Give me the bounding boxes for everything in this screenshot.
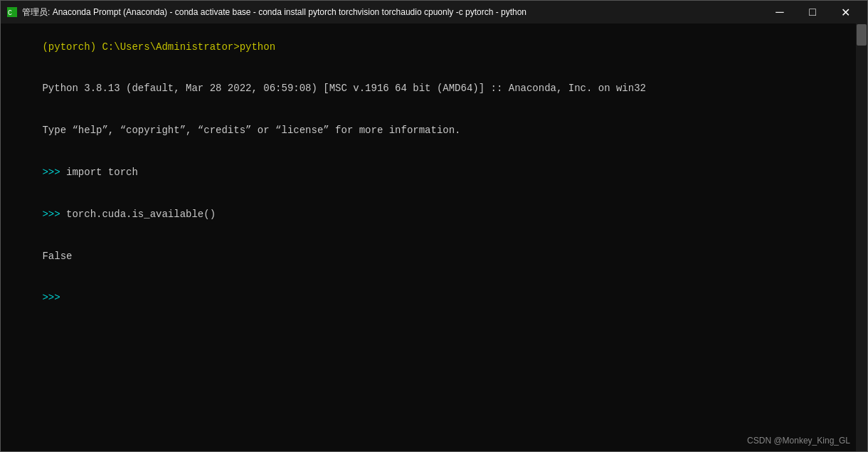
output-false: False: [42, 251, 72, 262]
window: C 管理员: Anaconda Prompt (Anaconda) - cond…: [0, 0, 868, 452]
terminal-icon: C: [6, 6, 18, 18]
watermark: CSDN @Monkey_King_GL: [747, 436, 850, 446]
title-bar-controls: ─ □ ✕: [763, 1, 862, 23]
terminal-line: False: [6, 236, 862, 278]
terminal-line: >>>: [6, 278, 862, 320]
version-info: Python 3.8.13 (default, Mar 28 2022, 06:…: [42, 83, 646, 94]
terminal-line: >>> torch.cuda.is_available(): [6, 194, 862, 236]
title-bar-left: C 管理员: Anaconda Prompt (Anaconda) - cond…: [6, 6, 526, 19]
title-bar: C 管理员: Anaconda Prompt (Anaconda) - cond…: [1, 1, 867, 23]
command-1: import torch: [66, 167, 138, 178]
terminal-line: (pytorch) C:\Users\Administrator>python: [6, 26, 862, 68]
close-button[interactable]: ✕: [829, 1, 862, 23]
maximize-button[interactable]: □: [796, 1, 829, 23]
repl-prompt-2: >>>: [42, 209, 66, 220]
repl-prompt-1: >>>: [42, 167, 66, 178]
repl-prompt-3: >>>: [42, 292, 66, 303]
window-title: 管理员: Anaconda Prompt (Anaconda) - conda …: [22, 6, 526, 19]
terminal-body[interactable]: (pytorch) C:\Users\Administrator>python …: [1, 23, 867, 451]
command-2: torch.cuda.is_available(): [66, 209, 216, 220]
help-info: Type “help”, “copyright”, “credits” or “…: [42, 125, 460, 136]
scrollbar-thumb[interactable]: [857, 24, 867, 46]
minimize-button[interactable]: ─: [763, 1, 796, 23]
terminal-line: >>> import torch: [6, 152, 862, 194]
svg-text:C: C: [8, 9, 12, 17]
terminal-line: Python 3.8.13 (default, Mar 28 2022, 06:…: [6, 68, 862, 110]
terminal-line: Type “help”, “copyright”, “credits” or “…: [6, 110, 862, 152]
scrollbar[interactable]: [856, 23, 867, 451]
prompt-text: (pytorch) C:\Users\Administrator>python: [42, 41, 275, 53]
